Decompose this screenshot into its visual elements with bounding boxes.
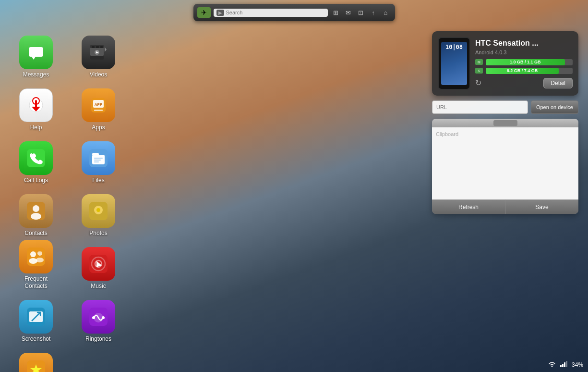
svg-rect-60 — [564, 362, 565, 367]
url-bar: Open on device — [432, 100, 578, 114]
svg-point-38 — [30, 251, 36, 257]
svg-rect-20 — [27, 149, 45, 167]
photos-label: Photos — [89, 230, 107, 236]
contacts-label: Contacts — [24, 230, 47, 236]
app-videos[interactable]: Videos — [67, 29, 130, 82]
svg-rect-5 — [96, 46, 99, 48]
app-screenshot[interactable]: Screenshot — [5, 293, 67, 346]
svg-rect-19 — [94, 110, 103, 111]
svg-rect-42 — [37, 251, 42, 252]
clipboard-top — [432, 119, 578, 127]
svg-rect-24 — [94, 158, 103, 159]
memory-bar-wrap: 1.0 GB / 1.1 GB — [486, 59, 573, 65]
photos-icon — [82, 194, 115, 228]
phone-time: 10|08 — [445, 44, 463, 50]
svg-marker-7 — [105, 47, 107, 52]
app-calllogs[interactable]: Call Logs — [5, 135, 67, 187]
toolbar: ✈ ▶ ⊞ ✉ ⊡ ↑ ⌂ — [193, 4, 395, 21]
svg-rect-58 — [560, 365, 562, 367]
search-input[interactable] — [226, 10, 325, 15]
upload-icon[interactable]: ↑ — [368, 7, 379, 18]
clipboard-footer: Refresh Save — [432, 199, 578, 214]
app-music[interactable]: Music — [67, 240, 130, 293]
svg-rect-0 — [29, 47, 43, 57]
app-contacts[interactable]: Contacts — [5, 187, 67, 240]
grid-icon[interactable]: ⊞ — [331, 7, 341, 18]
storage-row: S 6.2 GB / 7.4 GB — [475, 68, 573, 74]
device-refresh-icon[interactable]: ↻ — [475, 78, 481, 87]
clipboard-card: Clipboard Refresh Save — [432, 119, 578, 214]
svg-point-39 — [29, 258, 37, 264]
app-files[interactable]: Files — [67, 135, 130, 187]
clipboard-clip — [493, 120, 517, 126]
clipboard-refresh-button[interactable]: Refresh — [432, 199, 505, 214]
app-frequent[interactable]: Frequent Contacts — [5, 240, 67, 293]
device-name: HTC Sensation ... — [475, 39, 573, 48]
svg-rect-26 — [94, 161, 99, 162]
device-card: 10|08 HTC Sensation ... Android 4.0.3 M … — [432, 31, 578, 96]
help-icon — [19, 88, 53, 122]
svg-marker-1 — [32, 57, 36, 60]
home-icon[interactable]: ⌂ — [381, 7, 391, 18]
music-label: Music — [91, 283, 106, 289]
svg-point-50 — [92, 316, 95, 319]
app-messages[interactable]: Messages — [5, 29, 67, 82]
apps-label: Apps — [92, 124, 105, 131]
app-help[interactable]: Help — [5, 82, 67, 135]
memory-label: 1.0 GB / 1.1 GB — [510, 60, 541, 64]
memory-icon: M — [475, 59, 483, 65]
svg-rect-59 — [562, 364, 564, 367]
storage-icon: S — [475, 68, 483, 74]
storage-bar-wrap: 6.2 GB / 7.4 GB — [486, 68, 573, 74]
url-input[interactable] — [432, 100, 528, 114]
device-icon[interactable]: ⊡ — [356, 7, 366, 18]
screenshot-icon — [19, 300, 53, 334]
recommends-icon — [19, 353, 53, 372]
clipboard-textarea[interactable] — [436, 131, 575, 194]
calllogs-label: Call Logs — [24, 177, 48, 184]
screenshot-label: Screenshot — [22, 335, 51, 342]
calllogs-icon — [19, 141, 53, 175]
clipboard-label: Clipboard — [436, 131, 458, 137]
svg-point-29 — [31, 213, 41, 220]
files-label: Files — [92, 177, 104, 184]
open-on-device-button[interactable]: Open on device — [531, 100, 578, 114]
svg-rect-23 — [92, 153, 99, 156]
frequent-icon — [19, 240, 53, 273]
storage-bar: 6.2 GB / 7.4 GB — [486, 68, 559, 74]
device-actions: ↻ Detail — [475, 78, 573, 88]
clipboard-save-button[interactable]: Save — [505, 199, 578, 214]
svg-point-51 — [102, 316, 105, 319]
device-image: 10|08 — [438, 37, 470, 90]
app-logo[interactable]: ✈ — [197, 7, 211, 18]
detail-button[interactable]: Detail — [543, 78, 573, 88]
music-icon — [82, 247, 115, 281]
mail-icon[interactable]: ✉ — [343, 7, 354, 18]
play-button[interactable]: ▶ — [216, 10, 224, 16]
device-os: Android 4.0.3 — [475, 50, 573, 55]
app-recommends[interactable]: Recommends — [5, 346, 67, 372]
ringtones-icon — [82, 300, 115, 334]
system-tray: 34% — [548, 360, 583, 369]
clipboard-body: Clipboard — [432, 127, 578, 199]
svg-rect-4 — [92, 46, 95, 48]
app-apps[interactable]: APP Apps — [67, 82, 130, 135]
wifi-icon — [548, 360, 556, 369]
search-wrap: ▶ — [214, 9, 328, 17]
app-ringtones[interactable]: Ringtones — [67, 293, 130, 346]
right-panel: 10|08 HTC Sensation ... Android 4.0.3 M … — [432, 31, 578, 214]
help-label: Help — [30, 124, 42, 131]
contacts-icon — [19, 194, 53, 228]
svg-rect-25 — [94, 160, 101, 161]
svg-rect-61 — [566, 361, 567, 367]
svg-point-41 — [36, 258, 44, 262]
messages-label: Messages — [23, 71, 49, 78]
toolbar-icons: ⊞ ✉ ⊡ ↑ ⌂ — [331, 7, 391, 18]
apps-icon: APP — [82, 88, 115, 122]
app-photos[interactable]: Photos — [67, 187, 130, 240]
battery-percentage: 34% — [572, 361, 583, 368]
storage-label: 6.2 GB / 7.4 GB — [507, 68, 538, 73]
videos-icon — [82, 36, 115, 69]
svg-point-32 — [96, 208, 100, 212]
svg-text:APP: APP — [95, 102, 103, 107]
